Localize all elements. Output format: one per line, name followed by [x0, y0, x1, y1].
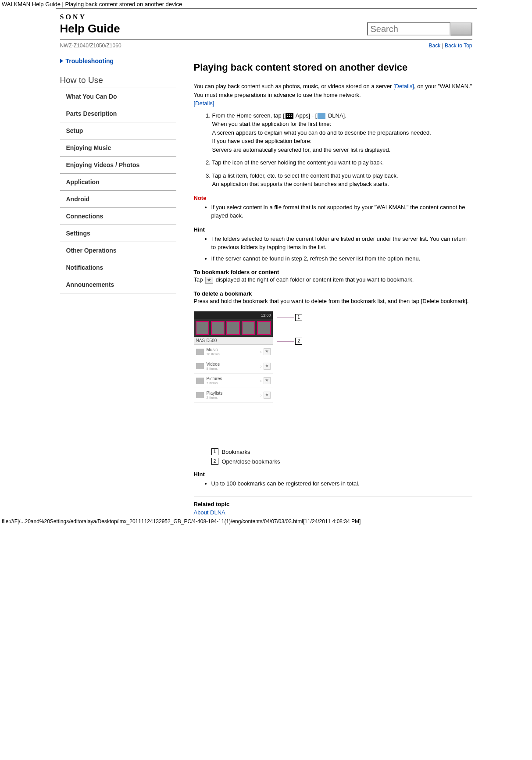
sidebar-item-setup[interactable]: Setup [60, 122, 176, 139]
step-3: Tap a list item, folder, etc. to select … [212, 171, 472, 189]
mock-row-text: Playlists2 items [207, 391, 259, 400]
mock-row-name: Playlists [207, 391, 259, 396]
sidebar-item-android[interactable]: Android [60, 191, 176, 208]
hint-list-2: Up to 100 bookmarks can be registered fo… [194, 479, 472, 488]
hint-1: The folders selected to reach the curren… [211, 235, 472, 252]
sidebar-item-notifications[interactable]: Notifications [60, 259, 176, 276]
search-button[interactable] [450, 22, 472, 36]
search-wrap [367, 22, 472, 36]
sub-header-row: NWZ-Z1040/Z1050/Z1060 Back | Back to Top [56, 40, 477, 57]
chevron-right-icon [60, 59, 63, 63]
folder-icon [196, 378, 204, 384]
star-icon: ★ [264, 377, 271, 384]
step1-dlna: DLNA]. [326, 112, 346, 119]
apps-grid-icon [286, 113, 293, 119]
chevron-right-icon: › [260, 378, 261, 383]
callout-2: 2 [277, 336, 302, 346]
legend-text-2: Open/close bookmarks [222, 458, 280, 465]
delete-heading: To delete a bookmark [194, 290, 472, 297]
back-links: Back | Back to Top [429, 43, 472, 49]
step-2: Tap the icon of the server holding the c… [212, 158, 472, 167]
related-link-about-dlna[interactable]: About DLNA [194, 509, 225, 516]
step1-apps: Apps] - [ [294, 112, 317, 119]
step3-a: Tap a list item, folder, etc. to select … [212, 172, 398, 179]
details-link-1[interactable]: [Details] [393, 83, 414, 89]
folder-icon [196, 363, 204, 369]
step1-line4: If you have used the application before: [212, 138, 312, 144]
related-topic-label: Related topic [194, 501, 472, 507]
device-mock: 12:00 NAS-D500 Music10 items › ★ [194, 311, 273, 442]
article: Playing back content stored on another d… [194, 57, 472, 516]
mock-status-bar: 12:00 [194, 311, 273, 319]
list-item: Music10 items › ★ [194, 345, 273, 359]
steps-list: From the Home screen, tap [ Apps] - [ DL… [194, 111, 472, 189]
legend-text-1: Bookmarks [222, 449, 250, 455]
star-icon: ★ [264, 348, 271, 355]
troubleshooting-label: Troubleshooting [66, 57, 114, 64]
how-to-use-heading: How to Use [60, 75, 176, 88]
sidebar-item-application[interactable]: Application [60, 174, 176, 191]
hint-label-1: Hint [194, 226, 472, 233]
note-1: If you select content in a file format t… [211, 203, 472, 220]
step1-line2: When you start the application for the f… [212, 121, 332, 127]
search-input[interactable] [367, 22, 450, 36]
mock-row-text: Videos8 items [207, 362, 259, 371]
note-label: Note [194, 195, 472, 201]
back-link[interactable]: Back [429, 43, 441, 49]
bookmark-text: Tap ★ displayed at the right of each fol… [194, 275, 472, 284]
mock-thumbs-row [194, 319, 273, 337]
step1-a: From the Home screen, tap [ [212, 112, 285, 119]
mock-thumb [257, 321, 271, 335]
legend-row-2: 2 Open/close bookmarks [211, 458, 472, 465]
page-header-path: WALKMAN Help Guide | Playing back conten… [0, 0, 532, 8]
mock-row-sub: 10 items [207, 352, 259, 356]
sidebar-item-enjoying-music[interactable]: Enjoying Music [60, 139, 176, 157]
star-icon: ★ [264, 392, 271, 399]
sidebar-item-announcements[interactable]: Announcements [60, 276, 176, 293]
screenshot-block: 12:00 NAS-D500 Music10 items › ★ [194, 311, 472, 442]
step-1: From the Home screen, tap [ Apps] - [ DL… [212, 111, 472, 154]
callout-num-2: 2 [295, 338, 302, 345]
mock-time: 12:00 [261, 313, 271, 318]
hint-list-1: The folders selected to reach the curren… [194, 235, 472, 263]
sidebar-item-other-operations[interactable]: Other Operations [60, 242, 176, 259]
step3-b: An application that supports the content… [212, 181, 389, 187]
star-icon: ★ [205, 277, 213, 284]
folder-icon [196, 349, 204, 355]
model-label: NWZ-Z1040/Z1050/Z1060 [60, 43, 121, 49]
legend-row-1: 1 Bookmarks [211, 448, 472, 455]
mock-thumb [242, 321, 255, 335]
mock-row-sub: 2 items [207, 396, 259, 400]
hint-3: Up to 100 bookmarks can be registered fo… [211, 479, 472, 488]
sidebar-item-connections[interactable]: Connections [60, 208, 176, 225]
chevron-right-icon: › [260, 393, 261, 398]
mock-row-text: Pictures7 items [207, 376, 259, 385]
legend-num-1: 1 [211, 448, 218, 455]
mock-thumb [196, 321, 209, 335]
back-to-top-link[interactable]: Back to Top [445, 43, 472, 49]
step1-line5: Servers are automatically searched for, … [212, 146, 391, 153]
legend-num-2: 2 [211, 458, 218, 465]
article-heading: Playing back content stored on another d… [194, 62, 472, 73]
troubleshooting-link[interactable]: Troubleshooting [60, 57, 176, 64]
list-item: Playlists2 items › ★ [194, 388, 273, 403]
mock-server-name: NAS-D500 [194, 337, 273, 345]
header-row: SONY Help Guide [56, 13, 477, 39]
container: SONY Help Guide NWZ-Z1040/Z1050/Z1060 Ba… [56, 8, 477, 516]
sidebar-item-enjoying-videos-photos[interactable]: Enjoying Videos / Photos [60, 157, 176, 174]
sidebar-item-settings[interactable]: Settings [60, 225, 176, 242]
folder-icon [196, 392, 204, 398]
list-item: Videos8 items › ★ [194, 359, 273, 374]
callout-rule [277, 341, 294, 342]
mock-row-sub: 8 items [207, 367, 259, 371]
sidebar-item-what-you-can-do[interactable]: What You Can Do [60, 88, 176, 105]
callout-num-1: 1 [295, 314, 302, 321]
sidebar-item-parts-description[interactable]: Parts Description [60, 105, 176, 122]
mock-thumb [226, 321, 240, 335]
hint-2: If the server cannot be found in step 2,… [211, 254, 472, 263]
list-item: Pictures7 items › ★ [194, 374, 273, 388]
chevron-right-icon: › [260, 364, 261, 369]
details-link-2[interactable]: [Details] [194, 100, 214, 107]
mock-row-name: Music [207, 347, 259, 352]
page-title: Help Guide [60, 22, 120, 36]
